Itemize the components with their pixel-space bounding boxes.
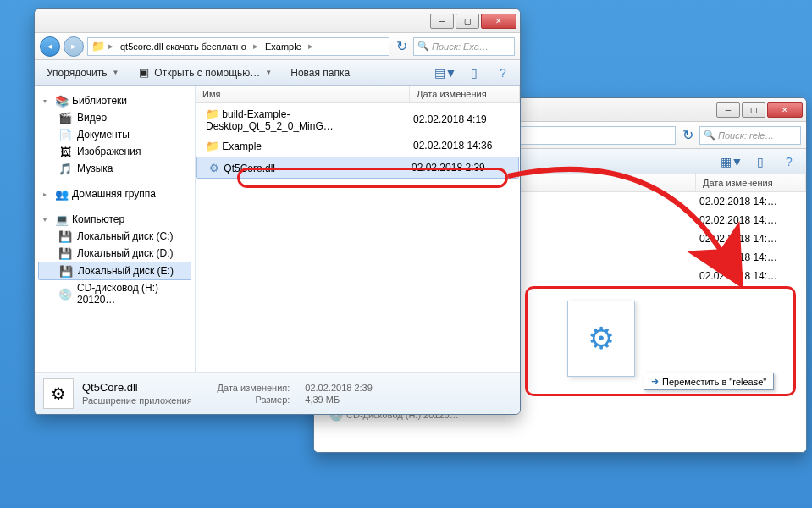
refresh-button[interactable]: ↻ xyxy=(393,38,410,54)
details-filename: Qt5Core.dll xyxy=(82,381,192,394)
file-row[interactable]: 📁 Example 02.02.2018 14:36 xyxy=(196,135,520,156)
refresh-button[interactable]: ↻ xyxy=(679,127,696,143)
search-icon: 🔍 xyxy=(704,130,715,141)
disc-icon: 💿 xyxy=(58,287,72,301)
toolbar-front: Упорядочить ▼ ▣ Открыть с помощью… ▼ Нов… xyxy=(35,60,520,86)
view-options-button[interactable]: ▤▼ xyxy=(435,64,456,82)
app-icon: ▣ xyxy=(137,66,151,80)
sidebar-item-disk-e[interactable]: 💾Локальный диск (E:) xyxy=(38,262,191,280)
minimize-button[interactable]: ─ xyxy=(716,102,740,118)
sidebar-item-cd[interactable]: 💿CD-дисковод (H:) 20120… xyxy=(38,280,191,307)
open-with-button[interactable]: ▣ Открыть с помощью… ▼ xyxy=(132,64,277,82)
file-thumbnail: ⚙ xyxy=(43,378,74,409)
disk-icon: 💾 xyxy=(58,246,72,260)
forward-button[interactable]: ▸ xyxy=(64,36,84,57)
column-headers: Имя Дата изменения xyxy=(196,86,520,103)
close-button[interactable]: ✕ xyxy=(767,102,803,118)
chevron-down-icon: ▼ xyxy=(112,69,119,76)
details-filetype: Расширение приложения xyxy=(82,395,192,406)
sidebar-item-video[interactable]: 🎬Видео xyxy=(38,109,191,126)
sidebar-homegroup[interactable]: ▸ 👥 Домашняя группа xyxy=(38,185,191,202)
gear-icon: ⚙ xyxy=(588,321,615,356)
sidebar: ▾ 📚 Библиотеки 🎬Видео 📄Документы 🖼Изобра… xyxy=(35,86,196,372)
maximize-button[interactable]: ▢ xyxy=(742,102,765,118)
documents-icon: 📄 xyxy=(58,128,72,141)
chevron-right-icon: ▸ xyxy=(108,41,113,52)
move-arrow-icon: ➜ xyxy=(651,376,659,387)
organize-button[interactable]: Упорядочить ▼ xyxy=(41,64,124,81)
sidebar-item-music[interactable]: 🎵Музыка xyxy=(38,160,191,177)
homegroup-icon: 👥 xyxy=(55,187,69,201)
dll-icon: ⚙ xyxy=(207,161,221,174)
file-list-front[interactable]: Имя Дата изменения 📁 build-Example-Deskt… xyxy=(196,86,520,372)
folder-icon: 📁 xyxy=(91,40,105,53)
sidebar-computer[interactable]: ▾ 💻 Компьютер xyxy=(38,211,191,228)
minimize-button[interactable]: ─ xyxy=(430,14,454,29)
disk-icon: 💾 xyxy=(58,229,72,243)
chevron-right-icon: ▸ xyxy=(308,41,313,52)
chevron-down-icon: ▾ xyxy=(43,216,52,224)
breadcrumb-current[interactable]: Example xyxy=(262,40,305,53)
drag-tooltip: ➜ Переместить в "release" xyxy=(644,373,774,390)
chevron-down-icon: ▾ xyxy=(43,97,52,105)
sidebar-item-documents[interactable]: 📄Документы xyxy=(38,126,191,143)
help-button[interactable]: ? xyxy=(779,152,799,171)
navbar-front: ◂ ▸ 📁 ▸ qt5core.dll скачать бесплатно ▸ … xyxy=(35,33,520,60)
explorer-window-example: ─ ▢ ✕ ◂ ▸ 📁 ▸ qt5core.dll скачать беспла… xyxy=(34,8,521,415)
close-button[interactable]: ✕ xyxy=(481,14,516,29)
sidebar-libraries[interactable]: ▾ 📚 Библиотеки xyxy=(38,92,191,109)
gear-icon: ⚙ xyxy=(51,384,66,404)
drag-ghost-file: ⚙ xyxy=(567,301,635,377)
view-options-button[interactable]: ▦▼ xyxy=(721,152,742,171)
new-folder-button[interactable]: Новая папка xyxy=(285,64,355,81)
search-input[interactable]: 🔍 Поиск: rele… xyxy=(699,126,801,145)
computer-icon: 💻 xyxy=(55,213,69,226)
file-row[interactable]: 📁 build-Example-Desktop_Qt_5_2_0_MinG… 0… xyxy=(196,103,520,135)
music-icon: 🎵 xyxy=(58,162,72,175)
back-button[interactable]: ◂ xyxy=(40,36,60,57)
titlebar-front: ─ ▢ ✕ xyxy=(35,9,520,33)
libraries-icon: 📚 xyxy=(55,94,69,108)
column-date[interactable]: Дата изменения xyxy=(410,86,520,102)
breadcrumb-front[interactable]: 📁 ▸ qt5core.dll скачать бесплатно ▸ Exam… xyxy=(87,37,389,56)
help-button[interactable]: ? xyxy=(493,64,513,82)
preview-pane-button[interactable]: ▯ xyxy=(464,64,484,82)
sidebar-item-disk-c[interactable]: 💾Локальный диск (C:) xyxy=(38,228,191,245)
file-row-selected[interactable]: ⚙ Qt5Core.dll 02.02.2018 2:39 xyxy=(196,157,519,179)
column-date[interactable]: Дата изменения xyxy=(696,174,806,191)
images-icon: 🖼 xyxy=(58,145,72,158)
chevron-right-icon: ▸ xyxy=(253,41,258,52)
disk-icon: 💾 xyxy=(59,264,73,278)
status-bar-back: Элементов: 5 xyxy=(314,452,806,453)
sidebar-item-images[interactable]: 🖼Изображения xyxy=(38,143,191,160)
details-pane: ⚙ Qt5Core.dll Расширение приложения Дата… xyxy=(35,372,520,414)
preview-pane-button[interactable]: ▯ xyxy=(750,152,771,171)
chevron-down-icon: ▼ xyxy=(265,69,272,76)
breadcrumb-parent[interactable]: qt5core.dll скачать бесплатно xyxy=(117,40,250,53)
search-placeholder: Поиск: Exa… xyxy=(432,41,489,52)
search-input[interactable]: 🔍 Поиск: Exa… xyxy=(413,37,515,56)
sidebar-item-disk-d[interactable]: 💾Локальный диск (D:) xyxy=(38,245,191,262)
folder-icon: 📁 xyxy=(206,139,219,152)
maximize-button[interactable]: ▢ xyxy=(456,14,479,29)
folder-icon: 📁 xyxy=(206,107,219,120)
search-placeholder: Поиск: rele… xyxy=(718,130,774,141)
search-icon: 🔍 xyxy=(417,41,429,52)
chevron-right-icon: ▸ xyxy=(43,190,52,198)
body-front: ▾ 📚 Библиотеки 🎬Видео 📄Документы 🖼Изобра… xyxy=(35,86,520,372)
video-icon: 🎬 xyxy=(58,111,72,124)
column-name[interactable]: Имя xyxy=(196,86,410,102)
